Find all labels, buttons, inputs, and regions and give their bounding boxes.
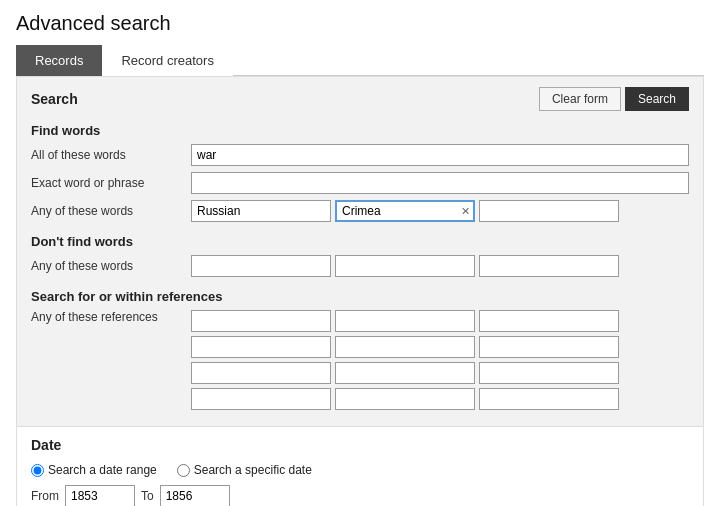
ref-3-3[interactable] (479, 362, 619, 384)
to-date-input[interactable] (160, 485, 230, 506)
radio-specific-date[interactable]: Search a specific date (177, 463, 312, 477)
refs-rows (191, 310, 689, 410)
ref-4-2[interactable] (335, 388, 475, 410)
refs-row-2 (191, 336, 689, 358)
page-title: Advanced search (16, 12, 704, 35)
section-header: Search Clear form Search (31, 87, 689, 111)
any-words-input-3[interactable] (479, 200, 619, 222)
all-words-inputs (191, 144, 689, 166)
ref-1-1[interactable] (191, 310, 331, 332)
ref-2-3[interactable] (479, 336, 619, 358)
exact-word-row: Exact word or phrase (31, 172, 689, 194)
ref-1-2[interactable] (335, 310, 475, 332)
date-section-title: Date (31, 437, 689, 453)
ref-2-2[interactable] (335, 336, 475, 358)
ref-4-1[interactable] (191, 388, 331, 410)
ref-1-3[interactable] (479, 310, 619, 332)
dont-find-row: Any of these words (31, 255, 689, 277)
search-section-title: Search (31, 91, 78, 107)
date-radio-group: Search a date range Search a specific da… (31, 463, 689, 477)
date-range-row: From To (31, 485, 689, 506)
all-words-label: All of these words (31, 148, 191, 162)
date-section: Date Search a date range Search a specif… (16, 427, 704, 506)
any-words-input-2-wrapper: ✕ (335, 200, 475, 222)
dont-find-title: Don't find words (31, 234, 689, 249)
dont-find-input-3[interactable] (479, 255, 619, 277)
refs-row-1 (191, 310, 689, 332)
tabs-bar: Records Record creators (16, 45, 704, 76)
references-label: Any of these references (31, 310, 191, 324)
find-words-title: Find words (31, 123, 689, 138)
tab-records[interactable]: Records (16, 45, 102, 76)
dont-find-inputs (191, 255, 689, 277)
any-words-label: Any of these words (31, 204, 191, 218)
radio-date-range-input[interactable] (31, 464, 44, 477)
refs-row-3 (191, 362, 689, 384)
ref-2-1[interactable] (191, 336, 331, 358)
any-words-input-2[interactable] (335, 200, 475, 222)
exact-word-input[interactable] (191, 172, 689, 194)
action-buttons: Clear form Search (539, 87, 689, 111)
from-label: From (31, 489, 59, 503)
clear-form-button[interactable]: Clear form (539, 87, 621, 111)
search-button[interactable]: Search (625, 87, 689, 111)
to-label: To (141, 489, 154, 503)
exact-word-label: Exact word or phrase (31, 176, 191, 190)
references-inputs-container (191, 310, 689, 410)
any-words-input-1[interactable] (191, 200, 331, 222)
ref-4-3[interactable] (479, 388, 619, 410)
any-words-row: Any of these words ✕ (31, 200, 689, 222)
all-words-row: All of these words (31, 144, 689, 166)
references-title: Search for or within references (31, 289, 689, 304)
dont-find-label: Any of these words (31, 259, 191, 273)
tab-record-creators[interactable]: Record creators (102, 45, 232, 76)
refs-row-4 (191, 388, 689, 410)
any-words-inputs: ✕ (191, 200, 689, 222)
page-container: Advanced search Records Record creators … (0, 0, 720, 506)
references-row: Any of these references (31, 310, 689, 410)
exact-word-inputs (191, 172, 689, 194)
dont-find-input-1[interactable] (191, 255, 331, 277)
ref-3-1[interactable] (191, 362, 331, 384)
clear-crimea-button[interactable]: ✕ (459, 206, 472, 217)
from-date-input[interactable] (65, 485, 135, 506)
search-section: Search Clear form Search Find words All … (16, 76, 704, 427)
ref-3-2[interactable] (335, 362, 475, 384)
dont-find-input-2[interactable] (335, 255, 475, 277)
radio-specific-date-input[interactable] (177, 464, 190, 477)
all-words-input[interactable] (191, 144, 689, 166)
radio-date-range[interactable]: Search a date range (31, 463, 157, 477)
